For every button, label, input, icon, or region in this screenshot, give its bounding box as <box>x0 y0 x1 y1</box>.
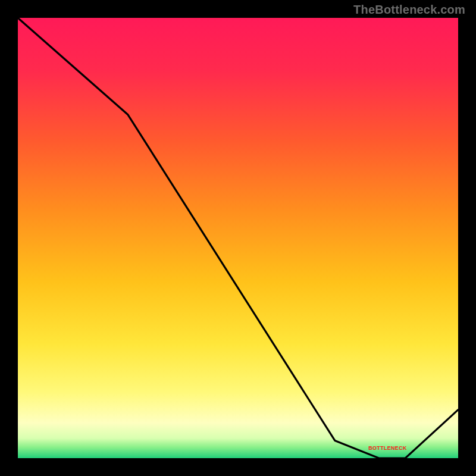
watermark-label: TheBottleneck.com <box>353 4 465 15</box>
gradient-background <box>18 18 458 458</box>
chart-stage: TheBottleneck.com <box>0 0 476 476</box>
valley-marker-label: BOTTLENECK <box>368 446 407 451</box>
plot-svg <box>18 18 458 458</box>
plot-area <box>18 18 458 458</box>
